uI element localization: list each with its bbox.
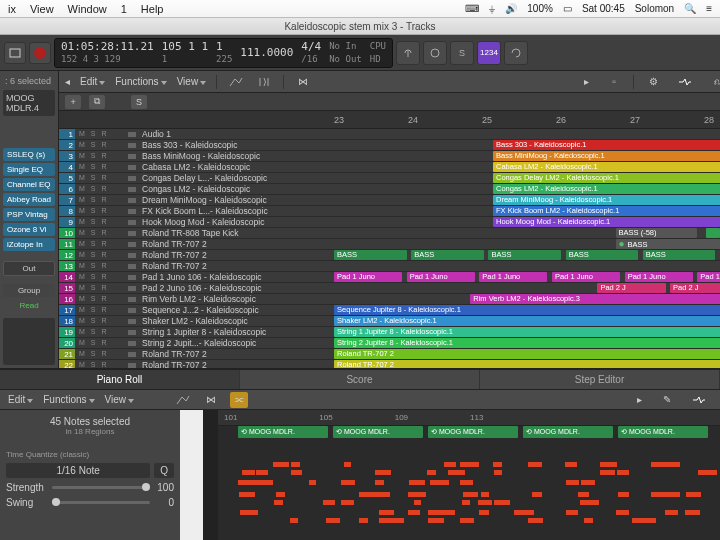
track-row[interactable]: 21MSRRoland TR-707 2Roland TR-707 2 ⟲ xyxy=(59,349,720,360)
piano-roll-ruler[interactable]: 101105109113 xyxy=(218,410,720,426)
plugin-slot[interactable]: iZotope In xyxy=(3,238,55,251)
track-row[interactable]: 22MSRRoland TR-707 2Roland TR-707 2 ⟲ xyxy=(59,360,720,368)
output-slot[interactable]: Out xyxy=(3,261,55,276)
tab-score[interactable]: Score xyxy=(240,370,480,389)
plugin-slot[interactable]: SSLEQ (s) xyxy=(3,148,55,161)
user-name[interactable]: Solomon xyxy=(635,3,674,14)
svg-rect-22 xyxy=(128,352,136,357)
master-vol-button[interactable] xyxy=(423,41,447,65)
tab-piano-roll[interactable]: Piano Roll xyxy=(0,370,240,389)
view-menu[interactable]: View xyxy=(177,76,207,87)
track-row[interactable]: 15MSRPad 2 Juno 106 - KaleidoscopicPad 2… xyxy=(59,283,720,294)
library-button[interactable] xyxy=(4,42,26,64)
flex-icon[interactable] xyxy=(255,74,273,90)
track-row[interactable]: 8MSRFX Kick Boom L...- KaleidoscopicFX K… xyxy=(59,206,720,217)
add-track-button[interactable]: + xyxy=(65,95,81,109)
catch-icon[interactable]: ⋈ xyxy=(294,74,312,90)
svg-rect-11 xyxy=(128,231,136,236)
track-row[interactable]: 10MSRRoland TR-808 Tape KickBASS (-58) xyxy=(59,228,720,239)
plugin-slot[interactable]: Abbey Road xyxy=(3,193,55,206)
piano-keyboard[interactable] xyxy=(180,410,218,540)
menu-item[interactable]: Help xyxy=(141,3,164,15)
plugin-slot[interactable]: Single EQ xyxy=(3,163,55,176)
snap-button[interactable] xyxy=(672,74,698,90)
plugin-slot[interactable]: Channel EQ xyxy=(3,178,55,191)
track-row[interactable]: 11MSRRoland TR-707 2● BASS xyxy=(59,239,720,250)
plugin-slot[interactable]: Ozone 8 Vi xyxy=(3,223,55,236)
svg-rect-21 xyxy=(128,341,136,346)
chevron-left-icon[interactable]: ◂ xyxy=(65,76,70,87)
track-row[interactable]: 14MSRPad 1 Juno 106 - KaleidoscopicPad 1… xyxy=(59,272,720,283)
strength-value: 100 xyxy=(154,482,174,493)
volume-icon[interactable]: 🔊 xyxy=(505,3,517,14)
menu-item[interactable]: 1 xyxy=(121,3,127,15)
functions-menu[interactable]: Functions xyxy=(43,394,94,405)
quantize-value[interactable]: 1/16 Note xyxy=(6,463,150,478)
menu-icon[interactable]: ≡ xyxy=(706,3,712,14)
settings-icon[interactable]: ⚙ xyxy=(644,74,662,90)
search-icon[interactable]: 🔍 xyxy=(684,3,696,14)
track-row[interactable]: 18MSRShaker LM2 - KaleidoscopicShaker LM… xyxy=(59,316,720,327)
count-in-button[interactable]: S xyxy=(450,41,474,65)
track-row[interactable]: 7MSRDream MiniMoog - KaleidoscopicDream … xyxy=(59,195,720,206)
track-row[interactable]: 20MSRString 2 Jupit...- KaleidoscopicStr… xyxy=(59,338,720,349)
svg-rect-18 xyxy=(128,308,136,313)
track-row[interactable]: 19MSRString 1 Jupiter 8 - KaleidoscopicS… xyxy=(59,327,720,338)
marquee-tool-icon[interactable]: ▫ xyxy=(605,74,623,90)
track-row[interactable]: 17MSRSequence J...2 - KaleidoscopicSeque… xyxy=(59,305,720,316)
track-row[interactable]: 5MSRCongas Delay L...- KaleidoscopicCong… xyxy=(59,173,720,184)
track-row[interactable]: 1MSRAudio 1 xyxy=(59,129,720,140)
link-icon[interactable]: ⎌ xyxy=(708,74,720,90)
swing-slider[interactable] xyxy=(52,501,150,504)
quantize-button[interactable]: Q xyxy=(154,463,174,478)
duplicate-track-button[interactable]: ⧉ xyxy=(89,95,105,109)
track-row[interactable]: 2MSRBass 303 - KaleidoscopicBass 303 - K… xyxy=(59,140,720,151)
track-row[interactable]: 4MSRCabasa LM2 - KaleidoscopicCabasa LM2… xyxy=(59,162,720,173)
automation-icon[interactable] xyxy=(174,392,192,408)
link-icon[interactable]: ⫘ xyxy=(230,392,248,408)
pointer-tool-icon[interactable]: ▸ xyxy=(630,392,648,408)
battery-icon: ▭ xyxy=(563,3,572,14)
cycle-button[interactable] xyxy=(504,41,528,65)
tab-step-editor[interactable]: Step Editor xyxy=(480,370,720,389)
svg-rect-23 xyxy=(128,363,136,368)
track-row[interactable]: 3MSRBass MiniMoog - KaleidoscopicBass Mi… xyxy=(59,151,720,162)
edit-menu[interactable]: Edit xyxy=(8,394,33,405)
track-row[interactable]: 9MSRHook Moog Mod - KaleidoscopicHook Mo… xyxy=(59,217,720,228)
track-row[interactable]: 13MSRRoland TR-707 2 xyxy=(59,261,720,272)
svg-rect-14 xyxy=(128,264,136,269)
bar-ruler[interactable]: 23242526272829 xyxy=(59,111,720,129)
plugin-slot[interactable]: PSP Vintag xyxy=(3,208,55,221)
strength-slider[interactable] xyxy=(52,486,150,489)
menu-item[interactable]: Window xyxy=(68,3,107,15)
channel-fader[interactable] xyxy=(3,318,55,365)
menu-item[interactable]: View xyxy=(30,3,54,15)
track-row[interactable]: 6MSRCongas LM2 - KaleidoscopicCongas LM2… xyxy=(59,184,720,195)
wifi-icon[interactable]: ⏚ xyxy=(489,3,495,14)
functions-menu[interactable]: Functions xyxy=(115,76,166,87)
display-mode-button[interactable]: 1234 xyxy=(477,41,501,65)
automation-icon[interactable] xyxy=(227,74,245,90)
menu-item[interactable]: ix xyxy=(8,3,16,15)
edit-menu[interactable]: Edit xyxy=(80,76,105,87)
piano-roll-grid[interactable]: 101105109113 ⟲ MOOG MDLR.⟲ MOOG MDLR.⟲ M… xyxy=(218,410,720,540)
lcd-display[interactable]: 01:05:28:11.21152 4 3 129 105 1 11 1225 … xyxy=(54,38,393,68)
view-menu[interactable]: View xyxy=(105,394,135,405)
track-row[interactable]: 16MSRRim Verb LM2 - KaleidoscopicRim Ver… xyxy=(59,294,720,305)
inspector-track-name[interactable]: MOOG MDLR.4 xyxy=(3,90,55,116)
group-label[interactable]: Group xyxy=(3,284,55,297)
pencil-tool-icon[interactable]: ✎ xyxy=(658,392,676,408)
quantize-label: Time Quantize (classic) xyxy=(6,450,174,459)
record-button[interactable] xyxy=(29,42,51,64)
catch-icon[interactable]: ⋈ xyxy=(202,392,220,408)
snap-button[interactable] xyxy=(686,392,712,408)
pointer-tool-icon[interactable]: ▸ xyxy=(577,74,595,90)
battery-status[interactable]: 100% xyxy=(527,3,553,14)
editor-inspector: 45 Notes selected in 18 Regions Time Qua… xyxy=(0,410,180,540)
automation-read[interactable]: Read xyxy=(3,299,55,312)
keyboard-icon[interactable]: ⌨ xyxy=(465,3,479,14)
tuner-button[interactable] xyxy=(396,41,420,65)
global-solo-button[interactable]: S xyxy=(131,95,147,109)
track-row[interactable]: 12MSRRoland TR-707 2BASSBASSBASSBASSBASS… xyxy=(59,250,720,261)
clock[interactable]: Sat 00:45 xyxy=(582,3,625,14)
